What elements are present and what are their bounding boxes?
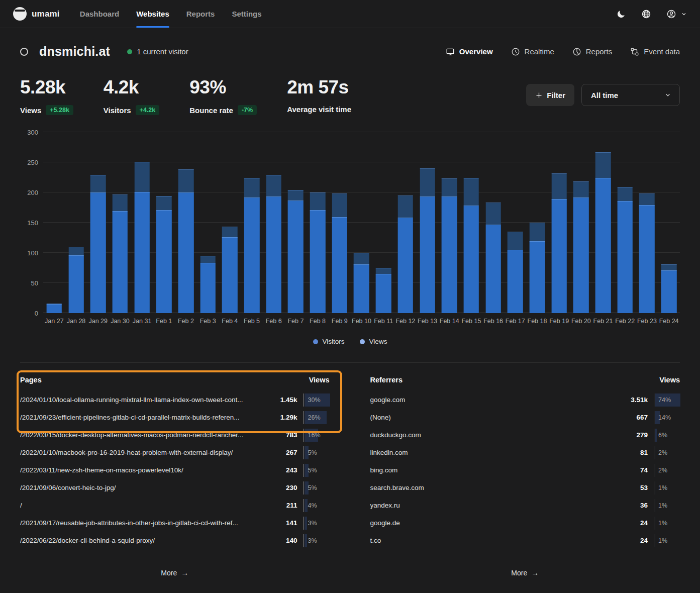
visitors-bar	[47, 304, 62, 313]
arrow-right-icon: →	[531, 568, 539, 577]
row-percent: 3%	[304, 517, 330, 530]
chevron-down-icon	[664, 91, 671, 98]
bar-jan-31[interactable]	[131, 132, 153, 313]
bar-feb-3[interactable]	[197, 132, 219, 313]
row-label[interactable]: duckduckgo.com	[370, 431, 624, 439]
nav-links: Dashboard Websites Reports Settings	[80, 0, 262, 28]
bar-jan-29[interactable]	[87, 132, 109, 313]
row-percent: 1%	[654, 481, 680, 495]
bar-feb-21[interactable]	[592, 132, 614, 313]
row-label[interactable]: search.brave.com	[370, 484, 624, 491]
row-percent: 30%	[304, 393, 330, 407]
bar-feb-18[interactable]	[526, 132, 548, 313]
bar-feb-1[interactable]	[153, 132, 175, 313]
visitors-bar	[113, 211, 128, 313]
bar-feb-15[interactable]	[460, 132, 482, 313]
row-label[interactable]: (None)	[370, 414, 624, 421]
referrers-more-link[interactable]: More →	[511, 558, 539, 577]
monitor-icon	[446, 47, 455, 56]
bar-feb-23[interactable]	[636, 132, 658, 313]
row-label[interactable]: google.de	[370, 519, 624, 527]
current-visitors[interactable]: 1 current visitor	[127, 47, 188, 56]
tab-overview[interactable]: Overview	[446, 47, 493, 56]
row-label[interactable]: /2021/09/06/convert-heic-to-jpg/	[20, 484, 273, 491]
bar-feb-2[interactable]	[175, 132, 197, 313]
row-label[interactable]: /2021/09/17/reusable-job-attributes-in-o…	[20, 519, 273, 527]
legend-item-views[interactable]: Views	[360, 338, 387, 345]
row-label[interactable]: /2021/09/23/efficient-pipelines-gitlab-c…	[20, 414, 273, 421]
bar-feb-13[interactable]	[417, 132, 439, 313]
tab-event-data[interactable]: Event data	[630, 47, 680, 56]
bar-feb-6[interactable]	[263, 132, 285, 313]
nav-item-websites[interactable]: Websites	[136, 0, 169, 28]
x-axis-label: Jan 27	[43, 318, 65, 325]
bar-feb-8[interactable]	[307, 132, 329, 313]
bar-feb-12[interactable]	[394, 132, 417, 313]
bar-feb-14[interactable]	[438, 132, 460, 313]
x-axis-label: Feb 4	[219, 318, 241, 325]
y-axis-label: 0	[35, 310, 38, 317]
row-label[interactable]: /2022/01/10/macbook-pro-16-2019-heat-pro…	[20, 449, 273, 456]
chart-legend: VisitorsViews	[20, 338, 680, 345]
visitors-bar	[398, 218, 414, 313]
nav-item-reports[interactable]: Reports	[186, 0, 215, 28]
row-views-value: 74	[628, 466, 648, 474]
pages-more-link[interactable]: More →	[161, 558, 188, 577]
bar-feb-16[interactable]	[482, 132, 505, 313]
bar-feb-7[interactable]	[285, 132, 307, 313]
bar-feb-24[interactable]	[658, 132, 680, 313]
filter-button[interactable]: Filter	[526, 84, 574, 106]
chart-x-axis: Jan 27Jan 28Jan 29Jan 30Jan 31Feb 1Feb 2…	[43, 318, 680, 325]
row-label[interactable]: /	[20, 502, 273, 509]
x-axis-label: Feb 24	[658, 318, 680, 325]
visitors-bar	[595, 178, 611, 313]
bar-jan-28[interactable]	[65, 132, 87, 313]
language-globe-icon[interactable]	[641, 9, 652, 20]
x-axis-label: Feb 3	[197, 318, 219, 325]
legend-item-visitors[interactable]: Visitors	[313, 338, 345, 345]
percent-fill-bar	[655, 481, 655, 495]
visitors-bar	[573, 197, 589, 313]
nav-item-settings[interactable]: Settings	[232, 0, 261, 28]
table-row: (None)66714%	[370, 409, 680, 426]
row-label[interactable]: google.com	[370, 396, 624, 404]
bar-feb-22[interactable]	[614, 132, 636, 313]
date-range-select[interactable]: All time	[581, 84, 680, 106]
tab-realtime[interactable]: Realtime	[511, 47, 554, 56]
bar-jan-30[interactable]	[109, 132, 131, 313]
bar-feb-4[interactable]	[219, 132, 241, 313]
row-percent: 4%	[304, 499, 330, 512]
bar-feb-11[interactable]	[372, 132, 394, 313]
row-views-value: 24	[628, 519, 648, 527]
dark-mode-icon[interactable]	[616, 9, 627, 20]
row-label[interactable]: /2022/06/22/docker-cli-behind-a-squid-pr…	[20, 537, 273, 544]
bar-feb-17[interactable]	[504, 132, 526, 313]
metric-label: Average visit time	[287, 105, 351, 114]
bar-feb-19[interactable]	[548, 132, 570, 313]
row-label[interactable]: t.co	[370, 537, 624, 544]
row-label[interactable]: linkedin.com	[370, 449, 624, 456]
y-axis-label: 150	[27, 219, 38, 227]
bar-feb-9[interactable]	[329, 132, 351, 313]
row-label[interactable]: /2022/03/11/new-zsh-theme-on-macos-power…	[20, 466, 273, 474]
nav-item-dashboard[interactable]: Dashboard	[80, 0, 119, 28]
row-label[interactable]: /2022/03/15/docker-desktop-alternatives-…	[20, 431, 273, 439]
pie-chart-icon	[572, 47, 581, 56]
tables-section: Pages Views /2024/01/10/local-ollama-run…	[20, 362, 680, 582]
visitors-bar	[200, 263, 216, 313]
row-percent: 3%	[304, 534, 330, 547]
bar-feb-10[interactable]	[351, 132, 373, 313]
profile-menu[interactable]	[666, 9, 687, 20]
bar-feb-5[interactable]	[241, 132, 263, 313]
row-label[interactable]: yandex.ru	[370, 502, 624, 509]
row-percent: 5%	[304, 481, 330, 495]
row-percent: 1%	[654, 534, 680, 547]
row-label[interactable]: /2024/01/10/local-ollama-running-mixtral…	[20, 396, 273, 404]
bar-jan-27[interactable]	[43, 132, 65, 313]
tab-reports[interactable]: Reports	[572, 47, 613, 56]
row-label[interactable]: bing.com	[370, 466, 624, 474]
brand[interactable]: umami	[13, 7, 60, 21]
bar-feb-20[interactable]	[570, 132, 592, 313]
chart-bars	[43, 132, 680, 313]
percent-fill-bar	[655, 464, 655, 477]
